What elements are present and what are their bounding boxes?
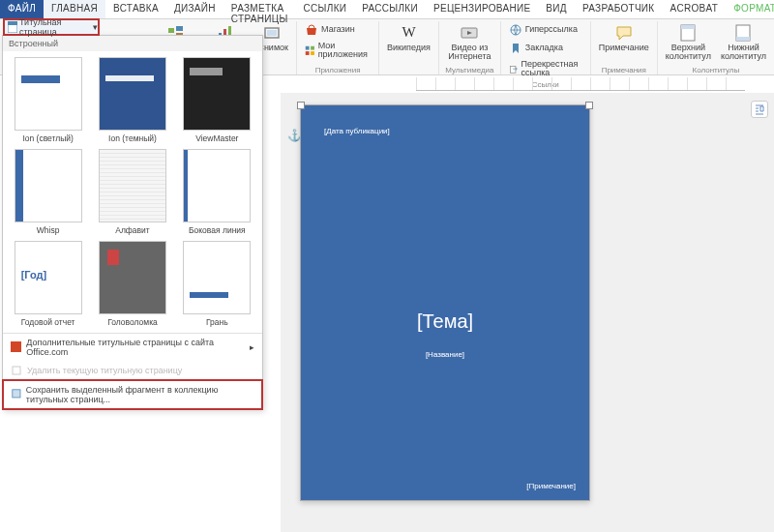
thumb (183, 149, 251, 222)
ribbon-group-apps: Магазин Мои приложения Приложения (297, 21, 379, 74)
tab-developer[interactable]: РАЗРАБОТЧИК (575, 0, 663, 18)
save-selection-to-gallery[interactable]: Сохранить выделенный фрагмент в коллекци… (2, 379, 263, 410)
video-web-button[interactable]: Видео из Интернета (445, 21, 494, 64)
tab-mailings[interactable]: РАССЫЛКИ (354, 0, 426, 18)
thumb (99, 241, 166, 314)
footer-icon (733, 23, 753, 43)
svg-rect-16 (681, 25, 695, 29)
ribbon-group-comments: Примечание Примечания (591, 21, 658, 74)
hyperlink-button[interactable]: Гиперссылка (507, 21, 584, 39)
comment-icon (614, 23, 634, 43)
field-note[interactable]: [Примечание] (526, 482, 576, 490)
field-publication-date[interactable]: [Дата публикации] (324, 127, 390, 135)
hyperlink-icon (509, 23, 522, 37)
ribbon-group-media: Видео из Интернета Мультимедиа (439, 21, 501, 74)
remove-icon (11, 365, 22, 376)
header-top-button[interactable]: Верхний колонтитул (664, 21, 713, 64)
svg-rect-20 (8, 21, 17, 25)
tab-references[interactable]: ССЫЛКИ (296, 0, 355, 18)
ribbon-tabs: ФАЙЛ ГЛАВНАЯ ВСТАВКА ДИЗАЙН РАЗМЕТКА СТР… (0, 0, 774, 19)
cover-page-gallery: Титульная страница▾ Встроенный Ion (свет… (2, 35, 263, 410)
group-label-comments: Примечания (602, 66, 646, 74)
gallery-item-ion-dark[interactable]: Ion (темный) (93, 57, 171, 143)
office-icon (11, 341, 21, 353)
tab-layout[interactable]: РАЗМЕТКА СТРАНИЦЫ (223, 0, 296, 18)
crossref-icon (509, 62, 519, 75)
thumb (99, 149, 166, 222)
gallery-item-facet[interactable]: Грань (178, 241, 256, 327)
svg-rect-10 (306, 51, 310, 55)
wikipedia-icon: W (400, 23, 419, 43)
cover-page-dropdown-button[interactable]: Титульная страница▾ (3, 18, 100, 36)
document-canvas[interactable]: ⚓ [Дата публикации] [Тема] [Название] [П… (281, 93, 774, 532)
thumb (183, 241, 251, 314)
wikipedia-button[interactable]: W Википедия (385, 21, 432, 54)
ribbon-group-links: Гиперссылка Закладка Перекрестная ссылка… (501, 21, 591, 74)
svg-rect-11 (311, 51, 314, 55)
tab-home[interactable]: ГЛАВНАЯ (44, 0, 105, 18)
video-icon (460, 23, 479, 43)
thumb (183, 57, 251, 131)
thumb (15, 241, 82, 314)
field-theme[interactable]: [Тема] (301, 310, 589, 333)
tab-review[interactable]: РЕЦЕНЗИРОВАНИЕ (426, 0, 538, 18)
coverpage-icon (8, 21, 17, 33)
bookmark-button[interactable]: Закладка (507, 40, 584, 57)
gallery-item-puzzle[interactable]: Головоломка (93, 241, 171, 327)
svg-rect-1 (176, 26, 183, 31)
myapps-button[interactable]: Мои приложения (303, 40, 372, 62)
tab-acrobat[interactable]: ACROBAT (662, 0, 726, 18)
more-cover-pages-office[interactable]: Дополнительные титульные страницы с сайт… (3, 334, 262, 361)
store-button[interactable]: Магазин (303, 21, 372, 39)
group-label-apps: Приложения (315, 66, 361, 74)
thumb (15, 149, 82, 222)
bookmark-icon (509, 42, 522, 55)
cover-page[interactable]: ⚓ [Дата публикации] [Тема] [Название] [П… (300, 104, 590, 501)
field-title[interactable]: [Название] (301, 350, 589, 359)
ruler-scale[interactable] (416, 77, 745, 91)
save-icon (12, 389, 21, 400)
gallery-section-builtin: Встроенный (3, 36, 262, 51)
gallery-item-alphabet[interactable]: Алфавит (93, 149, 171, 235)
svg-rect-23 (13, 390, 20, 398)
layout-options-icon (754, 103, 765, 115)
svg-rect-14 (510, 66, 516, 73)
gallery-item-ion-light[interactable]: Ion (светлый) (9, 57, 87, 143)
svg-rect-21 (11, 341, 21, 352)
header-bot-button[interactable]: Нижний колонтитул (719, 21, 768, 64)
remove-cover-page: Удалить текущую титульную страницу (3, 361, 262, 380)
screenshot-icon (263, 23, 283, 43)
svg-rect-7 (267, 30, 277, 36)
gallery-item-sideline[interactable]: Боковая линия (178, 149, 256, 235)
group-label-media: Мультимедиа (445, 66, 493, 74)
gallery-item-whisp[interactable]: Whisp (9, 149, 87, 235)
gallery-item-annual[interactable]: Годовой отчет (9, 241, 87, 327)
layout-options-button[interactable] (751, 101, 768, 118)
svg-rect-9 (311, 46, 314, 50)
tab-insert[interactable]: ВСТАВКА (105, 0, 166, 18)
tab-view[interactable]: ВИД (538, 0, 575, 18)
store-icon (305, 23, 318, 37)
gallery-item-viewmaster[interactable]: ViewMaster (178, 57, 256, 143)
thumb (99, 57, 166, 131)
tab-format[interactable]: ФОРМАТ (726, 0, 774, 18)
tab-design[interactable]: ДИЗАЙН (166, 0, 223, 18)
apps-icon (305, 44, 315, 57)
anchor-icon: ⚓ (287, 129, 302, 142)
thumb (15, 57, 82, 131)
group-label-headers: Колонтитулы (693, 66, 740, 74)
comment-button[interactable]: Примечание (597, 21, 651, 54)
ribbon-group-headers: Верхний колонтитул Нижний колонтитул Кол… (658, 21, 774, 74)
svg-rect-0 (168, 28, 174, 33)
svg-rect-18 (736, 37, 750, 41)
ribbon-group-wikipedia: W Википедия (379, 21, 439, 74)
svg-rect-22 (13, 367, 20, 374)
tab-file[interactable]: ФАЙЛ (0, 0, 44, 18)
svg-rect-8 (306, 46, 310, 50)
header-icon (678, 23, 698, 43)
